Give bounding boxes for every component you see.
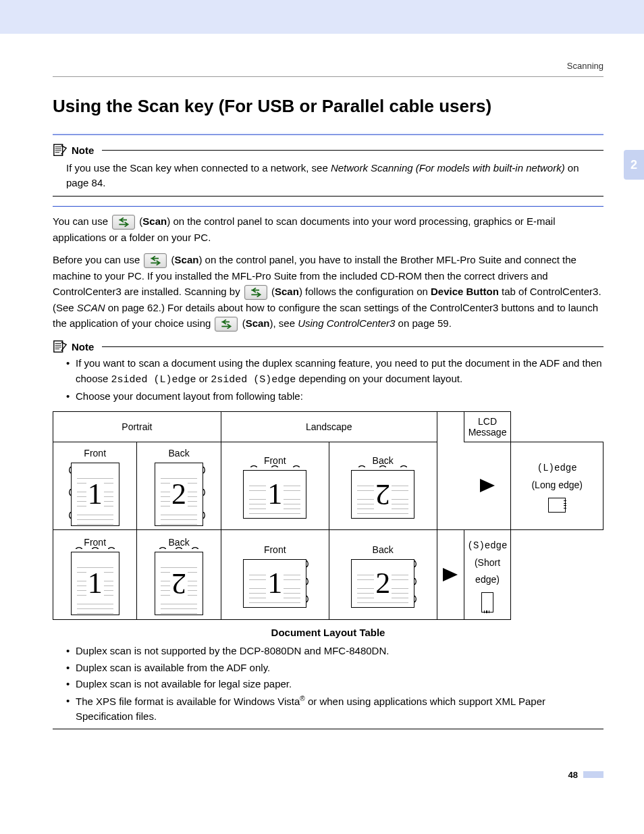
spacer bbox=[437, 411, 464, 529]
arrow-cell bbox=[464, 442, 511, 529]
section-rule bbox=[53, 206, 603, 207]
footer-bar bbox=[583, 771, 603, 778]
cell-landscape-front-2: Front 1 bbox=[221, 529, 329, 620]
long-edge-icon bbox=[548, 498, 566, 513]
short-edge-icon bbox=[481, 592, 493, 613]
cell-landscape-back-1: Back 2 bbox=[329, 442, 437, 529]
th-landscape: Landscape bbox=[221, 411, 437, 442]
cell-portrait-back-1: Back 2 bbox=[137, 442, 221, 529]
note-icon bbox=[53, 143, 68, 157]
th-lcd: LCD Message bbox=[464, 411, 511, 442]
paragraph-2: Before you can use (Scan) on the control… bbox=[53, 252, 603, 332]
note-end-rule bbox=[53, 729, 603, 729]
title-rule bbox=[53, 133, 603, 135]
arrow-right-icon bbox=[443, 568, 458, 581]
note-label: Note bbox=[72, 145, 94, 156]
list-item: Choose your document layout from followi… bbox=[66, 389, 603, 405]
header-rule bbox=[53, 76, 603, 77]
top-band bbox=[0, 0, 644, 34]
lcd-ledge: (L)edge (Long edge) bbox=[511, 442, 603, 529]
scan-icon bbox=[215, 317, 238, 332]
lcd-sedge: (S)edge (Short edge) bbox=[464, 529, 511, 620]
page-number: 48 bbox=[568, 770, 578, 780]
list-item: The XPS file format is available for Win… bbox=[66, 694, 603, 725]
link-scan[interactable]: SCAN bbox=[77, 302, 105, 313]
note-end-rule bbox=[53, 196, 603, 197]
document-layout-table: Portrait Landscape LCD Message Front 1 B… bbox=[53, 411, 603, 621]
paragraph-1: You can use (Scan) on the control panel … bbox=[53, 213, 603, 245]
list-item: Duplex scan is not supported by the DCP-… bbox=[66, 644, 603, 659]
section-header: Scanning bbox=[53, 61, 603, 71]
arrow-right-icon bbox=[480, 479, 495, 492]
list-item: Duplex scan is available from the ADF on… bbox=[66, 660, 603, 676]
list-item: Duplex scan is not available for legal s… bbox=[66, 677, 603, 692]
cell-landscape-front-1: Front 1 bbox=[221, 442, 329, 529]
scan-icon bbox=[112, 215, 135, 230]
note-label: Note bbox=[72, 341, 94, 353]
note-block-1: Note If you use the Scan key when connec… bbox=[53, 143, 603, 197]
note-block-2: Note If you want to scan a document usin… bbox=[53, 340, 603, 729]
arrow-cell bbox=[437, 529, 464, 620]
cell-portrait-back-2: Back 2 bbox=[137, 529, 221, 620]
scan-icon bbox=[144, 253, 167, 268]
cell-portrait-front-2: Front 1 bbox=[53, 529, 137, 620]
page-title: Using the Scan key (For USB or Parallel … bbox=[53, 96, 603, 117]
note-rule bbox=[102, 346, 603, 347]
note-icon bbox=[53, 340, 68, 353]
link-network-scanning[interactable]: Network Scanning (For models with built-… bbox=[331, 162, 565, 174]
bullets-bottom: Duplex scan is not supported by the DCP-… bbox=[66, 644, 603, 725]
note-body-1: If you use the Scan key when connected t… bbox=[66, 161, 603, 190]
scan-icon bbox=[244, 285, 267, 300]
cell-portrait-front-1: Front 1 bbox=[53, 442, 137, 529]
note-rule bbox=[102, 150, 603, 151]
list-item: If you want to scan a document using the… bbox=[66, 356, 603, 388]
note2-list: If you want to scan a document using the… bbox=[66, 356, 603, 405]
page-footer: 48 bbox=[53, 770, 603, 780]
table-caption: Document Layout Table bbox=[53, 627, 603, 638]
th-portrait: Portrait bbox=[53, 411, 221, 442]
cell-landscape-back-2: Back 2 bbox=[329, 529, 437, 620]
link-controlcenter3[interactable]: Using ControlCenter3 bbox=[298, 317, 395, 329]
